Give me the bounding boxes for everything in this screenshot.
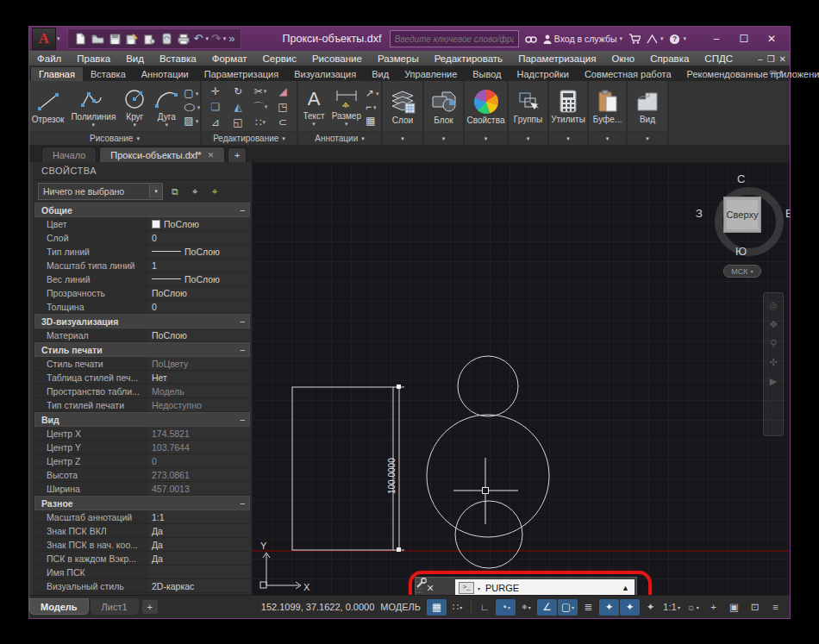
search-box[interactable] — [390, 30, 519, 47]
text-button[interactable]: A Текст ▾ — [300, 87, 327, 128]
save-as-button[interactable] — [125, 32, 140, 46]
tab-featured-apps[interactable]: Рекомендованные приложения — [679, 67, 819, 81]
search-icon[interactable] — [525, 34, 537, 44]
help-button[interactable]: ?▾ — [669, 34, 686, 45]
explode-button[interactable]: ◳ — [278, 101, 287, 113]
quick-select-button[interactable]: ⌖ — [207, 184, 222, 198]
menu-edit[interactable]: Правка — [69, 53, 118, 64]
clean-screen-button[interactable]: ⊡ — [745, 599, 765, 616]
prop-row[interactable]: Тип стилей печатиНедоступно — [34, 398, 250, 412]
grid-toggle[interactable]: ▦ — [427, 599, 447, 616]
tab-visualize[interactable]: Визуализация — [286, 67, 364, 81]
qat-overflow-button[interactable]: » — [228, 33, 234, 45]
prop-row[interactable]: Масштаб аннотаций1:1 — [34, 510, 250, 524]
menu-view[interactable]: Вид — [118, 53, 152, 64]
prop-row[interactable]: Слой0 — [34, 231, 250, 245]
collapse-icon[interactable]: – — [240, 498, 245, 508]
scale-button[interactable]: ◱ — [233, 116, 242, 128]
prop-row[interactable]: Стиль печатиПоЦвету — [34, 357, 250, 371]
store-cart-icon[interactable] — [628, 34, 641, 44]
object-snap-toggle[interactable]: ▢▾ — [558, 599, 578, 616]
view-button[interactable]: Вид — [632, 89, 663, 126]
doc-tab-drawing[interactable]: Прокси-объекты.dxf* ✕ — [99, 147, 225, 162]
prop-row[interactable]: Высота273.0861 — [34, 468, 250, 482]
prop-row[interactable]: Имя ПСК — [34, 566, 250, 579]
mdi-close-button[interactable]: ✕ — [779, 54, 786, 64]
command-history-icon[interactable]: ▲ — [622, 584, 631, 592]
tab-manage[interactable]: Управление — [397, 67, 465, 81]
arc-button[interactable]: Дуга ▾ — [151, 86, 182, 128]
mirror-button[interactable]: ◭ — [234, 101, 241, 113]
new-file-button[interactable] — [73, 32, 88, 46]
drawing-canvas[interactable]: 100.0000 Y X Свер — [252, 162, 790, 595]
command-input[interactable] — [484, 582, 618, 594]
section-misc-header[interactable]: Разное– — [34, 496, 250, 510]
prop-row[interactable]: Масштаб типа линий1 — [34, 259, 250, 272]
maximize-button[interactable]: ☐ — [731, 29, 757, 48]
properties-button[interactable]: Свойства — [465, 88, 508, 127]
layers-button[interactable]: Слои — [385, 88, 420, 127]
menu-tools[interactable]: Сервис — [255, 53, 304, 64]
close-button[interactable]: ✕ — [759, 29, 785, 48]
section-general-header[interactable]: Общие– — [34, 203, 250, 217]
prop-row[interactable]: Тип линийПоСлою — [34, 245, 250, 259]
viewcube[interactable]: Сверху С Ю З В — [706, 174, 790, 269]
prop-row[interactable]: Таблица стилей печ...Нет — [34, 371, 250, 385]
menu-spds[interactable]: СПДС — [697, 53, 741, 64]
table-button[interactable]: ▦ — [366, 115, 379, 128]
menu-file[interactable]: Файл — [29, 53, 69, 64]
doc-tab-start[interactable]: Начало — [41, 147, 97, 162]
minimize-button[interactable]: – — [703, 29, 729, 48]
crosshair-button[interactable]: + — [703, 599, 723, 616]
ortho-toggle[interactable]: ∟ — [475, 599, 495, 616]
selection-caret-icon[interactable]: ▾ — [149, 184, 162, 198]
orbit-icon[interactable]: ✣ — [769, 357, 777, 368]
menu-modify[interactable]: Редактировать — [427, 53, 510, 64]
viewcube-west[interactable]: З — [696, 207, 703, 220]
ellipse-button[interactable]: ◯▾ — [184, 101, 200, 114]
prop-row[interactable]: Толщина0 — [34, 300, 250, 314]
panel-block-footer[interactable]: ▾ — [424, 131, 463, 145]
app-menu-button[interactable]: A — [32, 28, 56, 50]
block-button[interactable]: Блок — [428, 88, 460, 127]
zoom-icon[interactable]: ⚲ — [770, 338, 777, 349]
collapse-icon[interactable]: – — [240, 316, 245, 326]
prop-row[interactable]: Центр X174.5821 — [34, 427, 250, 441]
share-button[interactable] — [142, 32, 157, 46]
collapse-icon[interactable]: – — [240, 415, 245, 424]
menu-help[interactable]: Справка — [642, 53, 697, 64]
osnap-tracking-toggle[interactable]: ⌖▾ — [516, 599, 536, 616]
prop-row[interactable]: ПСК в каждом Вэкр...Да — [34, 552, 250, 566]
ribbon-state-toggle[interactable]: ▭▾ — [769, 67, 783, 77]
search-input[interactable] — [391, 34, 518, 44]
tab-collaborate[interactable]: Совместная работа — [577, 67, 679, 81]
undo-button[interactable]: ↶ — [194, 33, 203, 45]
tab-view[interactable]: Вид — [364, 67, 397, 81]
snap-toggle[interactable]: ∷▾ — [447, 599, 467, 616]
showmotion-icon[interactable]: ▶ — [770, 376, 777, 387]
menu-parametric[interactable]: Параметризация — [510, 53, 603, 64]
fillet-button[interactable]: ⌒▾ — [253, 100, 268, 115]
collapse-icon[interactable]: – — [240, 205, 245, 215]
polyline-button[interactable]: Полилиния ▾ — [68, 86, 118, 128]
command-bar[interactable]: ✕ >_ ▾ ▲ — [415, 577, 637, 595]
prop-row[interactable]: ЦветПоСлою — [34, 217, 250, 231]
menu-dimension[interactable]: Размеры — [370, 53, 427, 64]
prop-row[interactable]: Ширина457.0013 — [34, 482, 250, 496]
customization-menu-button[interactable]: ≡ — [766, 599, 785, 616]
wcs-dropdown[interactable]: МСК▾ — [723, 265, 761, 278]
rectangle-button[interactable]: ▢▾ — [184, 87, 200, 100]
rotate-button[interactable]: ↻ — [234, 85, 242, 97]
command-input-area[interactable]: >_ ▾ ▲ — [455, 579, 635, 595]
copy-button[interactable]: ❏ — [211, 101, 221, 113]
lineweight-toggle[interactable]: ≣ — [578, 599, 598, 616]
viewcube-east[interactable]: В — [785, 207, 790, 220]
leader-button[interactable]: ↗▾ — [366, 87, 379, 100]
array-button[interactable]: ∷▾ — [255, 116, 266, 128]
panel-properties-footer[interactable]: ▾ — [465, 131, 507, 145]
select-objects-button[interactable]: ⌖ — [187, 184, 203, 198]
panel-clipboard-footer[interactable]: ▾ — [589, 131, 626, 145]
pan-icon[interactable]: ✥ — [769, 319, 777, 330]
annotation-scale-button[interactable]: 1:1▾ — [661, 599, 682, 616]
angle-snap-toggle[interactable]: ∠ — [537, 599, 557, 616]
